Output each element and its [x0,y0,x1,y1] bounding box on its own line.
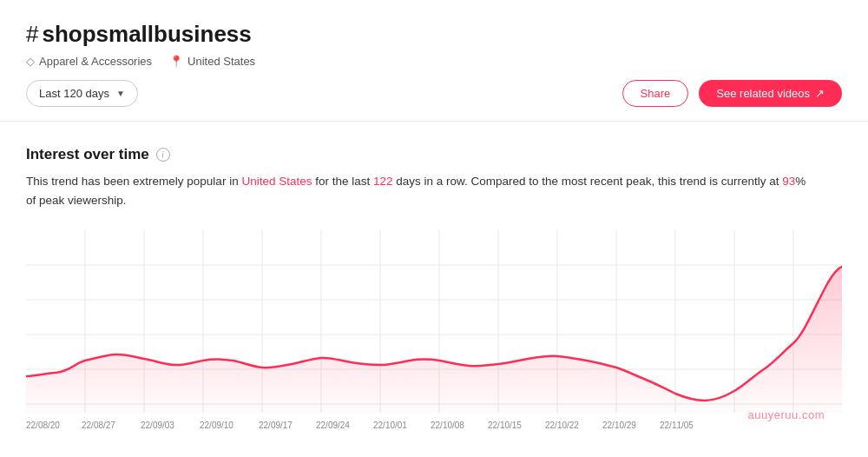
location-icon: 📍 [169,55,183,68]
svg-text:22/10/22: 22/10/22 [545,421,579,430]
chart-container: 22/08/20 22/08/27 22/09/03 22/09/10 22/0… [26,230,842,439]
watermark: auuyeruu.com [748,408,825,421]
svg-text:22/10/08: 22/10/08 [431,421,464,430]
related-label: See related videos [716,87,810,100]
location-label: United States [187,55,255,68]
chevron-down-icon: ▼ [116,89,125,98]
desc-percent: 93 [782,175,795,188]
location-meta: 📍 United States [169,55,255,68]
desc-days: 122 [373,175,393,188]
svg-text:22/09/17: 22/09/17 [259,421,293,430]
share-button[interactable]: Share [622,80,689,107]
dropdown-label: Last 120 days [39,87,109,100]
section-description: This trend has been extremely popular in… [26,172,807,209]
info-icon: i [156,148,170,162]
desc-before: This trend has been extremely popular in [26,175,241,188]
desc-location: United States [241,175,312,188]
svg-text:22/10/01: 22/10/01 [373,421,407,430]
desc-after1: days in a row. Compared to the most rece… [393,175,783,188]
svg-text:22/08/27: 22/08/27 [82,421,115,430]
action-buttons: Share See related videos ↗ [622,80,842,107]
hashtag-text: shopsmallbusiness [42,21,251,47]
date-range-dropdown[interactable]: Last 120 days ▼ [26,80,138,107]
section-title: Interest over time i [26,146,842,163]
page-header: #shopsmallbusiness ◇ Apparel & Accessori… [0,0,868,122]
svg-text:22/09/10: 22/09/10 [200,421,233,430]
controls-row: Last 120 days ▼ Share See related videos… [26,80,842,107]
svg-text:22/08/20: 22/08/20 [26,421,60,430]
desc-middle: for the last [312,175,373,188]
svg-text:22/09/03: 22/09/03 [141,421,174,430]
section-title-text: Interest over time [26,146,149,163]
svg-text:22/09/24: 22/09/24 [316,421,350,430]
category-meta: ◇ Apparel & Accessories [26,55,152,68]
trend-chart: 22/08/20 22/08/27 22/09/03 22/09/10 22/0… [26,230,842,439]
tag-icon: ◇ [26,55,35,68]
meta-row: ◇ Apparel & Accessories 📍 United States [26,55,842,68]
page-title: #shopsmallbusiness [26,21,842,48]
svg-text:22/10/15: 22/10/15 [488,421,522,430]
svg-text:22/11/05: 22/11/05 [660,421,694,430]
related-videos-button[interactable]: See related videos ↗ [699,80,842,107]
external-link-icon: ↗ [815,87,825,100]
svg-text:22/10/29: 22/10/29 [602,421,636,430]
hash-symbol: # [26,21,38,47]
category-label: Apparel & Accessories [39,55,152,68]
main-content: Interest over time i This trend has been… [0,122,868,456]
